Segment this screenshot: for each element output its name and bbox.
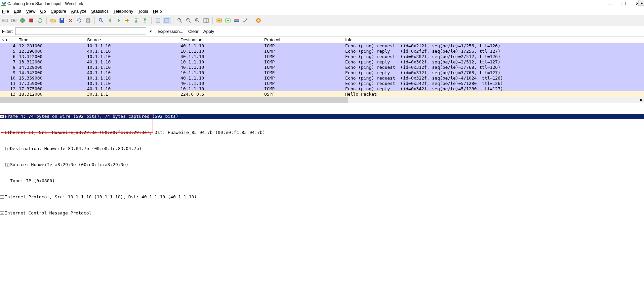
- zoom-reset-icon[interactable]: 1: [194, 17, 201, 24]
- stop-capture-icon[interactable]: [28, 17, 35, 24]
- expand-icon[interactable]: +: [0, 211, 4, 215]
- print-icon[interactable]: [84, 17, 92, 24]
- packet-row[interactable]: 914.34300040.1.1.1010.1.1.10ICMPEcho (pi…: [0, 70, 644, 75]
- cell-time: 12.296000: [17, 49, 86, 54]
- menu-telephony[interactable]: Telephony: [113, 9, 133, 14]
- packet-list[interactable]: 412.28100010.1.1.1040.1.1.10ICMPEcho (pi…: [0, 43, 644, 97]
- packet-row[interactable]: 1015.35900010.1.1.1040.1.1.10ICMPEcho (p…: [0, 75, 644, 81]
- cell-time: 15.359000: [17, 76, 86, 81]
- tree-eth-src[interactable]: +Source: HuaweiTe_a8:29:3e (00:e0:fc:a8:…: [0, 162, 644, 167]
- expand-icon[interactable]: +: [5, 163, 9, 166]
- column-protocol[interactable]: Protocol: [263, 37, 344, 42]
- cell-time: 14.343000: [17, 70, 86, 75]
- clear-button[interactable]: Clear: [188, 29, 199, 34]
- column-time[interactable]: Time: [17, 37, 86, 42]
- scrollbar-thumb[interactable]: [0, 97, 348, 103]
- svg-rect-2: [3, 20, 4, 21]
- cell-protocol: ICMP: [263, 49, 344, 54]
- packet-row[interactable]: 1217.37500040.1.1.1010.1.1.10ICMPEcho (p…: [0, 86, 644, 91]
- menu-statistics[interactable]: Statistics: [91, 9, 109, 14]
- menu-view[interactable]: View: [26, 9, 35, 14]
- start-capture-icon[interactable]: [19, 17, 26, 24]
- cell-destination: 224.0.0.5: [179, 92, 263, 97]
- svg-rect-19: [156, 20, 160, 21]
- scroll-right-icon[interactable]: ▶: [638, 97, 644, 103]
- cell-info: Echo (ping) reply (id=0x302f, seq(be/le)…: [344, 59, 644, 64]
- column-no[interactable]: No.: [0, 37, 17, 42]
- cell-destination: 40.1.1.10: [179, 76, 263, 81]
- maximize-button[interactable]: ❐: [621, 1, 626, 6]
- goto-packet-icon[interactable]: [124, 17, 131, 24]
- expand-icon[interactable]: +: [5, 147, 9, 150]
- minimize-button[interactable]: —: [607, 1, 612, 6]
- svg-rect-6: [30, 19, 33, 22]
- goto-first-icon[interactable]: [132, 17, 140, 24]
- interfaces-icon[interactable]: [1, 17, 9, 24]
- packet-details[interactable]: +Frame 4: 74 bytes on wire (592 bits), 7…: [0, 103, 644, 221]
- save-file-icon[interactable]: [58, 17, 66, 24]
- tree-eth-type[interactable]: Type: IP (0x0800): [0, 178, 644, 184]
- tree-ip[interactable]: +Internet Protocol, Src: 10.1.1.10 (10.1…: [0, 194, 644, 200]
- tree-frame[interactable]: +Frame 4: 74 bytes on wire (592 bits), 7…: [0, 114, 644, 119]
- cell-protocol: ICMP: [263, 59, 344, 64]
- zoom-in-icon[interactable]: [176, 17, 184, 24]
- menu-capture[interactable]: Capture: [51, 9, 66, 14]
- packet-row[interactable]: 412.28100010.1.1.1040.1.1.10ICMPEcho (pi…: [0, 43, 644, 48]
- horizontal-scrollbar[interactable]: ▶: [0, 97, 644, 103]
- cell-info: Echo (ping) request (id=0x2f2f, seq(be/l…: [344, 43, 644, 48]
- coloring-rules-icon[interactable]: [233, 17, 240, 24]
- expand-icon[interactable]: +: [0, 195, 4, 199]
- menu-analyze[interactable]: Analyze: [71, 9, 86, 14]
- cell-time: 17.375000: [17, 86, 86, 91]
- packet-row[interactable]: 613.31200010.1.1.1040.1.1.10ICMPEcho (pi…: [0, 54, 644, 59]
- toolbar-separator: [212, 17, 213, 24]
- cell-no: 12: [0, 86, 17, 91]
- packet-row[interactable]: 1117.35900010.1.1.1040.1.1.10ICMPEcho (p…: [0, 81, 644, 86]
- go-forward-icon[interactable]: [115, 17, 122, 24]
- options-icon[interactable]: [10, 17, 17, 24]
- menu-tools[interactable]: Tools: [138, 9, 148, 14]
- packet-row[interactable]: 512.29600040.1.1.1010.1.1.10ICMPEcho (pi…: [0, 48, 644, 54]
- cell-protocol: OSPF: [263, 92, 344, 97]
- tree-icmp[interactable]: +Internet Control Message Protocol: [0, 210, 644, 216]
- autoscroll-icon[interactable]: [163, 17, 170, 24]
- column-source[interactable]: Source: [86, 37, 179, 42]
- display-filters-icon[interactable]: [224, 17, 232, 24]
- svg-point-44: [257, 19, 259, 21]
- scroll-up-icon[interactable]: ▲: [638, 0, 644, 6]
- filter-label: Filter:: [2, 29, 13, 34]
- cell-source: 10.1.1.10: [86, 65, 179, 70]
- cell-destination: 10.1.1.10: [179, 49, 263, 54]
- apply-button[interactable]: Apply: [203, 29, 214, 34]
- collapse-icon[interactable]: −: [0, 131, 4, 134]
- zoom-out-icon[interactable]: [185, 17, 192, 24]
- filter-dropdown-icon[interactable]: ▼: [148, 30, 154, 33]
- menu-edit[interactable]: Edit: [14, 9, 21, 14]
- expand-icon[interactable]: +: [0, 115, 4, 118]
- reload-icon[interactable]: [76, 17, 83, 24]
- preferences-icon[interactable]: [242, 17, 249, 24]
- tree-ethernet[interactable]: −Ethernet II, Src: HuaweiTe_a8:29:3e (00…: [0, 130, 644, 135]
- resize-columns-icon[interactable]: [202, 17, 210, 24]
- colorize-icon[interactable]: [154, 17, 162, 24]
- filter-input[interactable]: [15, 28, 146, 35]
- go-back-icon[interactable]: [106, 17, 114, 24]
- cell-no: 10: [0, 76, 17, 81]
- expression-button[interactable]: Expression...: [158, 29, 184, 34]
- open-file-icon[interactable]: [49, 17, 57, 24]
- capture-filters-icon[interactable]: [215, 17, 223, 24]
- packet-row[interactable]: 1318.31200030.1.1.1224.0.0.5OSPFHello Pa…: [0, 91, 644, 97]
- find-icon[interactable]: [97, 17, 105, 24]
- close-file-icon[interactable]: [67, 17, 74, 24]
- tree-eth-dst[interactable]: +Destination: HuaweiTe_83:04:7b (00:e0:f…: [0, 146, 644, 151]
- help-icon[interactable]: [255, 17, 262, 24]
- packet-row[interactable]: 713.31200040.1.1.1010.1.1.10ICMPEcho (pi…: [0, 59, 644, 64]
- column-info[interactable]: Info: [344, 37, 644, 42]
- menu-help[interactable]: Help: [153, 9, 162, 14]
- menu-file[interactable]: File: [2, 9, 9, 14]
- column-destination[interactable]: Destination: [179, 37, 263, 42]
- menu-go[interactable]: Go: [40, 9, 46, 14]
- packet-row[interactable]: 814.32800010.1.1.1040.1.1.10ICMPEcho (pi…: [0, 64, 644, 70]
- goto-last-icon[interactable]: [141, 17, 149, 24]
- restart-capture-icon[interactable]: [36, 17, 44, 24]
